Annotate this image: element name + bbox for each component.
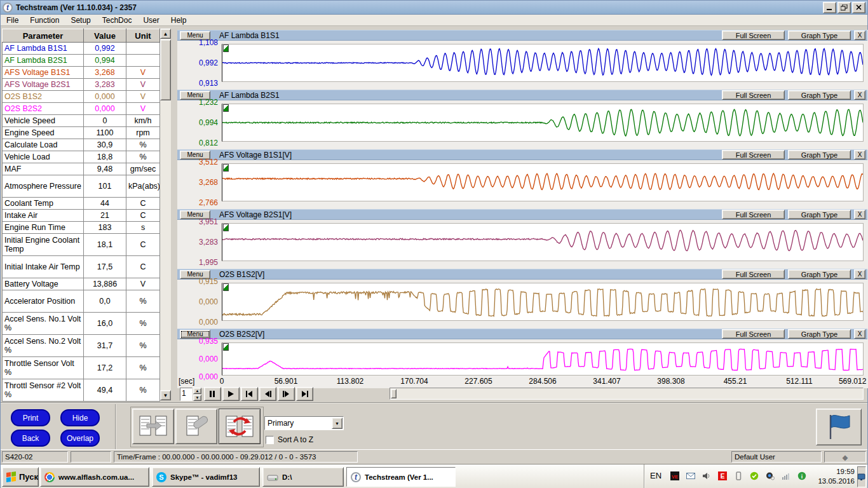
taskbar-task-skype[interactable]: SSkype™ - vadimf13 (152, 467, 260, 487)
signal-icon[interactable] (782, 471, 792, 482)
step-back-button[interactable] (259, 387, 276, 401)
scroll-down-button[interactable]: ▼ (160, 390, 171, 400)
vive-icon[interactable]: VE (670, 471, 681, 482)
plot-area[interactable] (222, 223, 864, 261)
graph-type-button[interactable]: Graph Type (788, 90, 851, 100)
back-button[interactable]: Back (11, 430, 50, 447)
stamp-list-icon[interactable] (175, 409, 217, 444)
close-graph-button[interactable]: X (854, 269, 865, 279)
graph-type-button[interactable]: Graph Type (788, 150, 851, 159)
timeline-scrollbar-thumb[interactable] (391, 389, 397, 398)
flag-button[interactable] (816, 409, 862, 445)
menu-item[interactable]: User (137, 15, 165, 25)
table-row[interactable]: Initial Engine Coolant Temp 18,1 C (3, 234, 160, 256)
menu-item[interactable]: Function (24, 15, 65, 25)
sort-checkbox[interactable] (266, 436, 274, 444)
table-row[interactable]: AFS Voltage B2S1 3,283 V (3, 79, 160, 91)
table-scrollbar[interactable]: ▲ ▼ (160, 29, 171, 400)
plot-area[interactable] (222, 283, 864, 321)
frame-step-value[interactable]: 1 (180, 388, 193, 401)
timeline-scrollbar[interactable] (390, 388, 864, 400)
table-row[interactable]: Accelerator Position 0,0 % (3, 290, 160, 313)
full-screen-button[interactable]: Full Screen (722, 210, 785, 219)
table-row[interactable]: AF Lambda B1S1 0,992 (3, 43, 160, 55)
table-row[interactable]: O2S B2S2 0,000 V (3, 103, 160, 115)
plot-area[interactable] (222, 342, 864, 376)
full-screen-button[interactable]: Full Screen (722, 90, 785, 100)
menu-item[interactable]: Help (165, 15, 193, 25)
swap-list-icon[interactable] (219, 409, 261, 444)
leaf-icon[interactable] (750, 471, 760, 482)
camera-icon[interactable] (766, 471, 776, 482)
table-row[interactable]: Throttle Sensor Volt % 17,2 % (3, 357, 160, 379)
cursor-flag-icon[interactable] (223, 44, 229, 52)
taskbar-task-drive[interactable]: D:\ (262, 467, 344, 487)
full-screen-button[interactable]: Full Screen (722, 329, 785, 339)
cursor-flag-icon[interactable] (223, 104, 229, 112)
table-row[interactable]: Throttl Sensor #2 Volt % 49,4 % (3, 379, 160, 402)
spinner-up-button[interactable]: ▲ (193, 388, 201, 394)
hide-button[interactable]: Hide (60, 409, 100, 426)
plot-area[interactable] (222, 163, 864, 201)
table-row[interactable]: Atmosphere Pressure 101 kPa(abs) (3, 175, 160, 198)
table-row[interactable]: Vehicle Load 18,8 % (3, 151, 160, 163)
close-graph-button[interactable]: X (854, 329, 865, 339)
show-desktop-button[interactable] (857, 466, 866, 487)
table-row[interactable]: Intake Air 21 C (3, 210, 160, 222)
copy-list-icon[interactable] (132, 409, 174, 444)
menu-item[interactable]: TechDoc (97, 15, 138, 25)
phone-icon[interactable] (734, 471, 744, 482)
table-row[interactable]: O2S B1S2 0,000 V (3, 91, 160, 103)
skip-to-start-button[interactable] (241, 387, 258, 401)
plot-area[interactable] (222, 104, 864, 142)
cursor-flag-icon[interactable] (223, 343, 229, 351)
full-screen-button[interactable]: Full Screen (722, 30, 785, 40)
table-row[interactable]: Initial Intake Air Temp 17,5 C (3, 256, 160, 278)
close-button[interactable] (852, 2, 865, 13)
mail-icon[interactable] (686, 471, 696, 482)
taskbar-task-techstream[interactable]: tTechstream (Ver 1... (346, 467, 456, 487)
minimize-button[interactable] (823, 2, 836, 13)
cursor-flag-icon[interactable] (223, 164, 229, 172)
skip-to-end-button[interactable] (296, 387, 313, 401)
plot-area[interactable] (222, 44, 864, 82)
close-graph-button[interactable]: X (854, 150, 865, 159)
table-row[interactable]: Accel Sens. No.1 Volt % 16,0 % (3, 313, 160, 335)
graph-type-button[interactable]: Graph Type (788, 269, 851, 279)
scrollbar-thumb[interactable] (160, 39, 171, 100)
info-icon[interactable]: i (797, 471, 808, 482)
print-button[interactable]: Print (11, 409, 50, 426)
step-forward-button[interactable] (278, 387, 295, 401)
table-row[interactable]: Vehicle Speed 0 km/h (3, 115, 160, 127)
scroll-up-button[interactable]: ▲ (160, 29, 171, 39)
graph-type-button[interactable]: Graph Type (788, 30, 851, 40)
cursor-flag-icon[interactable] (223, 224, 229, 231)
graph-type-button[interactable]: Graph Type (788, 210, 851, 219)
graph-type-button[interactable]: Graph Type (788, 329, 851, 339)
table-row[interactable]: Calculate Load 30,9 % (3, 139, 160, 151)
table-row[interactable]: Engine Speed 1100 rpm (3, 127, 160, 139)
start-button[interactable]: Пуск (2, 467, 39, 487)
volume-icon[interactable] (702, 471, 712, 482)
language-indicator[interactable]: EN (650, 471, 661, 480)
close-graph-button[interactable]: X (854, 30, 865, 40)
table-row[interactable]: Engine Run Time 183 s (3, 222, 160, 234)
close-graph-button[interactable]: X (854, 90, 865, 100)
play-button[interactable] (222, 387, 240, 401)
full-screen-button[interactable]: Full Screen (722, 269, 785, 279)
pause-button[interactable] (204, 387, 221, 401)
spinner-down-button[interactable]: ▼ (193, 395, 201, 401)
full-screen-button[interactable]: Full Screen (722, 150, 785, 159)
taskbar-task-chrome[interactable]: www.alflash.com.ua... (40, 467, 149, 487)
table-row[interactable]: AFS Voltage B1S1 3,268 V (3, 67, 160, 79)
table-row[interactable]: Coolant Temp 44 C (3, 198, 160, 210)
close-graph-button[interactable]: X (854, 210, 865, 219)
overlap-button[interactable]: Overlap (60, 430, 100, 447)
frame-step-spinner[interactable]: 1 ▲ ▼ (180, 388, 201, 401)
e-app-icon[interactable]: E (718, 471, 728, 482)
menu-item[interactable]: Setup (65, 15, 96, 25)
chevron-down-icon[interactable]: ▼ (332, 417, 342, 429)
table-row[interactable]: Accel Sens. No.2 Volt % 31,7 % (3, 335, 160, 357)
cursor-flag-icon[interactable] (223, 283, 229, 291)
restore-button[interactable] (837, 2, 851, 13)
